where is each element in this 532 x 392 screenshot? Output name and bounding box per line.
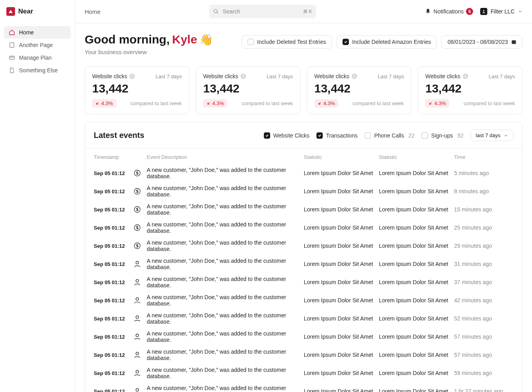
filter-label: Phone Calls [374, 132, 404, 139]
cell-icon [133, 387, 147, 392]
col-time: Time [454, 154, 513, 160]
info-icon[interactable]: i [352, 74, 357, 79]
greeting: Good morning, Kyle 👋 [85, 33, 213, 46]
card-period: Last 7 days [378, 74, 404, 79]
stat-card: Website clicksi Last 7 days 13,442 4.3% … [196, 66, 301, 114]
table-row[interactable]: Sep 05 01:12 A new customer, "John Doe,"… [85, 219, 522, 237]
cell-timestamp: Sep 05 01:12 [94, 279, 133, 285]
document-icon [9, 67, 15, 74]
table-row[interactable]: Sep 05 01:12 A new customer, "John Doe,"… [85, 182, 522, 200]
cell-statistic-1: Lorem Ipsum Dolor Sit Amet [304, 352, 379, 358]
cell-timestamp: Sep 05 01:12 [94, 334, 133, 340]
checkbox-checked-icon [316, 132, 323, 139]
events-filters: Website Clicks Transactions Phone Calls … [264, 130, 513, 141]
filter-count: 22 [408, 132, 415, 139]
table-row[interactable]: Sep 05 01:12 A new customer, "John Doe,"… [85, 164, 522, 182]
card-value: 13,442 [425, 82, 515, 95]
cell-statistic-2: Lorem Ipsum Dolor Sit Amet [379, 170, 454, 176]
include-amazon-toggle[interactable]: Include Deleted Amazon Entries [337, 35, 437, 49]
card-value: 13,442 [203, 82, 293, 95]
cell-statistic-2: Lorem Ipsum Dolor Sit Amet [379, 206, 454, 213]
sidebar-item-something-else[interactable]: Something Else [4, 64, 71, 77]
cell-icon [133, 242, 147, 250]
card-value: 13,442 [314, 82, 404, 95]
notifications-button[interactable]: Notifications 5 [425, 8, 473, 15]
logo[interactable]: Near [0, 0, 75, 23]
card-value: 13,442 [92, 82, 182, 95]
include-amazon-label: Include Deleted Amazon Entries [352, 39, 431, 45]
cell-timestamp: Sep 05 01:12 [94, 316, 133, 322]
org-icon [480, 8, 487, 15]
sidebar-item-manage-plan[interactable]: Manage Plan [4, 51, 71, 64]
filter-signups[interactable]: Sign-ups 92 [422, 132, 464, 139]
filter-website-clicks[interactable]: Website Clicks [264, 132, 310, 139]
cell-statistic-1: Lorem Ipsum Dolor Sit Amet [304, 315, 379, 322]
cell-statistic-2: Lorem Ipsum Dolor Sit Amet [379, 279, 454, 285]
user-icon [133, 278, 141, 286]
info-icon[interactable]: i [240, 74, 246, 79]
card-compare: compared to last week [464, 100, 515, 106]
table-row[interactable]: Sep 05 01:12 A new customer, "John Doe,"… [85, 364, 522, 382]
svg-point-17 [136, 334, 139, 337]
table-row[interactable]: Sep 05 01:12 A new customer, "John Doe,"… [85, 273, 522, 291]
info-icon[interactable]: i [129, 74, 135, 79]
card-compare: compared to last week [241, 100, 293, 106]
cell-description: A new customer, "John Doe," was added to… [147, 258, 304, 270]
sidebar: Near Home Another Page Manage Plan Somet… [0, 0, 75, 392]
table-row[interactable]: Sep 05 01:12 A new customer, "John Doe,"… [85, 328, 522, 346]
table-row[interactable]: Sep 05 01:12 A new customer, "John Doe,"… [85, 200, 522, 219]
svg-point-13 [136, 261, 139, 264]
table-row[interactable]: Sep 05 01:12 A new customer, "John Doe,"… [85, 309, 522, 328]
org-name: Filter LLC [490, 8, 515, 15]
checkbox-icon [365, 132, 371, 139]
stat-cards: Website clicksi Last 7 days 13,442 4.3% … [85, 66, 523, 114]
table-row[interactable]: Sep 05 01:12 A new customer, "John Doe,"… [85, 382, 522, 392]
page-icon [9, 42, 15, 48]
table-header: Timestamp Event Description Statistic St… [85, 148, 522, 164]
card-title: Website clicks [92, 73, 127, 79]
main: Home ⌘ K Notifications 5 Filte [75, 0, 532, 392]
cell-time: 59 minutes ago [454, 370, 513, 376]
cell-time: 57 minutes ago [454, 352, 513, 358]
col-timestamp: Timestamp [94, 154, 133, 160]
table-row[interactable]: Sep 05 01:12 A new customer, "John Doe,"… [85, 237, 522, 255]
svg-rect-0 [10, 43, 14, 47]
cell-statistic-2: Lorem Ipsum Dolor Sit Amet [379, 188, 454, 194]
date-range-picker[interactable]: 08/01/2023 - 08/08/2023 [441, 35, 523, 49]
filter-label: Transactions [326, 132, 358, 139]
cell-time: 57 minutes ago [454, 334, 513, 340]
events-range-select[interactable]: last 7 days [471, 130, 513, 141]
search-shortcut: ⌘ K [303, 9, 312, 14]
search-input[interactable] [209, 5, 316, 18]
events-header: Latest events Website Clicks Transaction… [85, 122, 522, 148]
arrow-down-left-icon [318, 101, 322, 106]
cell-description: A new customer, "John Doe," was added to… [147, 276, 304, 288]
filter-transactions[interactable]: Transactions [316, 132, 358, 139]
include-test-toggle[interactable]: Include Deleted Test Entries [242, 35, 332, 49]
filter-phone-calls[interactable]: Phone Calls 22 [365, 132, 415, 139]
sidebar-nav: Home Another Page Manage Plan Something … [0, 23, 75, 392]
cell-timestamp: Sep 05 01:12 [94, 207, 133, 213]
date-range-label: 08/01/2023 - 08/08/2023 [447, 39, 508, 45]
table-body: Sep 05 01:12 A new customer, "John Doe,"… [85, 164, 522, 392]
cell-icon [133, 369, 147, 377]
include-test-label: Include Deleted Test Entries [257, 39, 326, 45]
cell-statistic-1: Lorem Ipsum Dolor Sit Amet [304, 243, 379, 249]
cell-statistic-2: Lorem Ipsum Dolor Sit Amet [379, 352, 454, 358]
user-icon [133, 387, 141, 392]
sidebar-item-home[interactable]: Home [4, 26, 71, 39]
cell-timestamp: Sep 05 01:12 [94, 261, 133, 267]
checkbox-checked-icon [264, 132, 270, 139]
events-panel: Latest events Website Clicks Transaction… [85, 122, 523, 392]
org-picker[interactable]: Filter LLC [480, 8, 523, 15]
table-row[interactable]: Sep 05 01:12 A new customer, "John Doe,"… [85, 291, 522, 309]
filter-label: Sign-ups [431, 132, 453, 139]
stat-card: Website clicksi Last 7 days 13,442 4.3% … [85, 66, 189, 114]
topbar: Home ⌘ K Notifications 5 Filte [75, 0, 532, 23]
card-delta: 4.3% [92, 99, 116, 107]
cell-time: 1 hr 27 minutes ago [454, 388, 513, 392]
table-row[interactable]: Sep 05 01:12 A new customer, "John Doe,"… [85, 346, 522, 364]
sidebar-item-another-page[interactable]: Another Page [4, 39, 71, 51]
table-row[interactable]: Sep 05 01:12 A new customer, "John Doe,"… [85, 255, 522, 273]
info-icon[interactable]: i [463, 74, 468, 79]
